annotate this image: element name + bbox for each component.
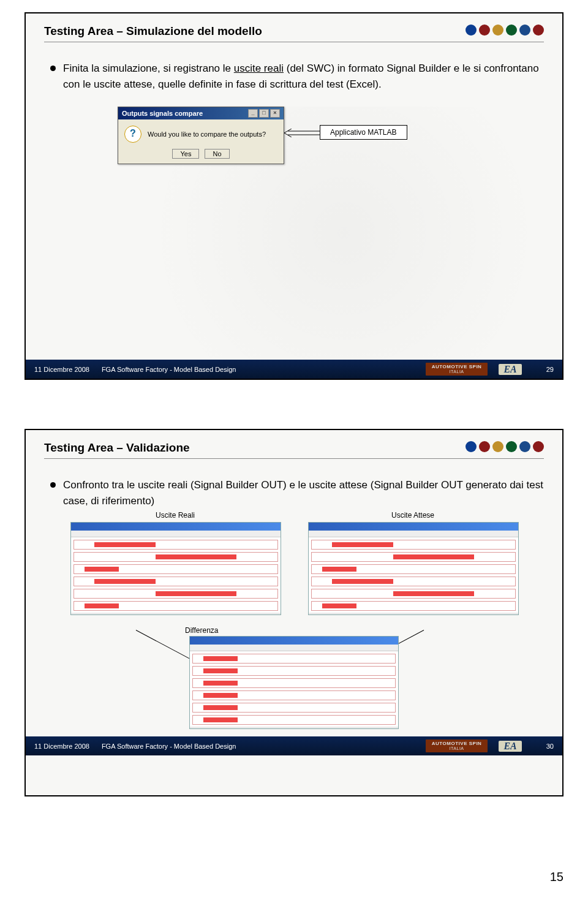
sponsor-top: AUTOMOTIVE SPIN xyxy=(432,741,482,746)
brand-logo-icon xyxy=(506,441,517,452)
divider xyxy=(44,458,544,459)
bullet-icon xyxy=(50,66,56,71)
ea-logo: EA xyxy=(499,741,521,752)
question-icon: ? xyxy=(124,126,141,143)
no-button[interactable]: No xyxy=(205,149,229,159)
brand-logo-icon xyxy=(492,25,503,36)
real-output-col: Uscite Reali xyxy=(70,511,279,615)
slide-title: Testing Area – Simulazione del modello xyxy=(44,25,262,38)
slide-footer: 11 Dicembre 2008 FGA Software Factory - … xyxy=(26,736,562,755)
footer-title: FGA Software Factory - Model Based Desig… xyxy=(102,743,236,750)
brand-logo-icon xyxy=(506,25,517,36)
label-diff: Differenza xyxy=(185,626,544,635)
matlab-label: Applicativo MATLAB xyxy=(320,125,407,140)
footer-sponsor: AUTOMOTIVE SPIN ITALIA xyxy=(426,363,488,376)
bullet-icon xyxy=(50,482,56,488)
matlab-dialog: Outputs signals compare _ □ × ? Would yo… xyxy=(118,107,284,164)
brand-logo-icon xyxy=(492,441,503,452)
brand-logo-icon xyxy=(466,25,477,36)
sponsor-top: AUTOMOTIVE SPIN xyxy=(432,364,482,369)
footer-sponsor: AUTOMOTIVE SPIN ITALIA xyxy=(426,739,488,752)
minimize-icon[interactable]: _ xyxy=(248,109,258,118)
expected-output-col: Uscite Attese xyxy=(308,511,517,615)
bullet-text: Confronto tra le uscite reali (Signal Bu… xyxy=(63,477,544,509)
ea-logo: EA xyxy=(499,364,521,375)
dialog-buttons: Yes No xyxy=(118,149,284,164)
slide-title: Testing Area – Validazione xyxy=(44,441,190,455)
brand-logo-icon xyxy=(479,441,490,452)
diff-area: Differenza xyxy=(44,626,544,729)
document-page-number: 15 xyxy=(0,870,588,890)
dialog-body: ? Would you like to compare the outputs? xyxy=(118,119,284,149)
brand-logo-icon xyxy=(533,25,544,36)
brand-logo-icon xyxy=(519,441,530,452)
screenshot-diff xyxy=(189,636,399,729)
slide-validation: Testing Area – Validazione Confronto tra… xyxy=(24,429,564,796)
screenshot-real xyxy=(70,522,281,615)
divider xyxy=(44,42,544,42)
window-buttons: _ □ × xyxy=(248,109,280,118)
sponsor-bottom: ITALIA xyxy=(432,746,482,751)
brand-logo-icon xyxy=(519,25,530,36)
brand-logo-icon xyxy=(466,441,477,452)
dialog-titlebar: Outputs signals compare _ □ × xyxy=(118,107,284,119)
sponsor-bottom: ITALIA xyxy=(432,369,482,374)
slide-body: Outputs signals compare _ □ × ? Would yo… xyxy=(44,107,544,360)
bullet-item: Confronto tra le uscite reali (Signal Bu… xyxy=(50,477,544,509)
brand-logo-icon xyxy=(533,441,544,452)
label-real: Uscite Reali xyxy=(70,511,279,520)
slide-simulation: Testing Area – Simulazione del modello F… xyxy=(24,12,564,380)
slide-header: Testing Area – Validazione xyxy=(44,441,544,455)
label-expected: Uscite Attese xyxy=(308,511,517,520)
brand-logos xyxy=(466,441,544,452)
bullet-text: Finita la simulazione, si registrano le … xyxy=(63,61,544,92)
brand-logo-icon xyxy=(479,25,490,36)
maximize-icon[interactable]: □ xyxy=(259,109,269,118)
slide-number: 29 xyxy=(546,366,554,373)
slide-number: 30 xyxy=(546,743,554,750)
arrow-icon xyxy=(284,129,320,137)
dialog-message: Would you like to compare the outputs? xyxy=(148,130,266,138)
footer-date: 11 Dicembre 2008 xyxy=(34,743,89,750)
dialog-title: Outputs signals compare xyxy=(122,110,203,117)
bullet-item: Finita la simulazione, si registrano le … xyxy=(50,61,544,92)
yes-button[interactable]: Yes xyxy=(172,149,199,159)
screenshot-expected xyxy=(308,522,518,615)
close-icon[interactable]: × xyxy=(270,109,280,118)
footer-title: FGA Software Factory - Model Based Desig… xyxy=(102,366,236,373)
brand-logos xyxy=(466,25,544,36)
output-thumbnails: Uscite Reali Uscite Attese xyxy=(56,511,532,615)
slide-header: Testing Area – Simulazione del modello xyxy=(44,25,544,38)
footer-date: 11 Dicembre 2008 xyxy=(34,366,89,373)
slide-footer: 11 Dicembre 2008 FGA Software Factory - … xyxy=(26,360,562,379)
